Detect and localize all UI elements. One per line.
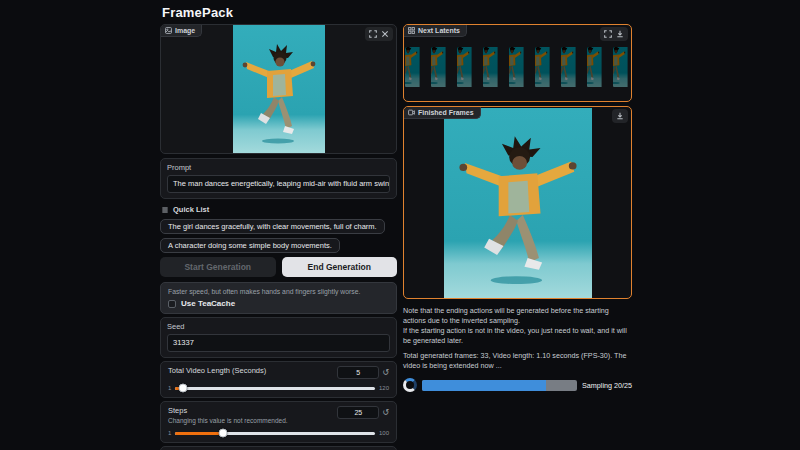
quick-list-label: Quick List	[173, 205, 209, 214]
checkbox-box[interactable]	[168, 300, 176, 308]
start-generation-button[interactable]: Start Generation	[160, 257, 276, 277]
finished-frames-badge: Finished Frames	[404, 107, 481, 119]
prompt-label: Prompt	[167, 163, 390, 172]
latent-thumbnails[interactable]	[405, 47, 630, 87]
prompt-block: Prompt The man dances energetically, lea…	[160, 158, 397, 199]
note-line-2: If the starting action is not in the vid…	[403, 326, 627, 345]
generation-buttons: Start Generation End Generation	[160, 257, 397, 277]
slider-max-label: 120	[379, 385, 389, 391]
teacache-group: Faster speed, but often makes hands and …	[160, 282, 397, 314]
latent-frame[interactable]	[561, 47, 585, 87]
slider-label: Steps	[168, 406, 288, 415]
slider-label: Total Video Length (Seconds)	[168, 366, 266, 375]
note-line-1: Note that the ending actions will be gen…	[403, 306, 609, 325]
progress-label: Sampling 20/25	[582, 381, 632, 390]
latent-frame[interactable]	[483, 47, 507, 87]
seed-label: Seed	[167, 322, 390, 331]
download-icon[interactable]	[615, 111, 625, 121]
slider-value-input[interactable]: 5	[337, 366, 379, 379]
image-label: Image	[175, 27, 195, 34]
quick-list-items: The girl dances gracefully, with clear m…	[160, 219, 397, 253]
slider-max-label: 100	[379, 430, 389, 436]
input-image[interactable]	[233, 25, 325, 153]
next-latents-panel[interactable]: Next Latents	[403, 24, 632, 102]
slider-block: Total Video Length (Seconds) 5 ↺ 1 120	[160, 361, 397, 398]
slider-track[interactable]	[175, 432, 375, 435]
gallery-icon	[408, 27, 415, 34]
next-latents-label: Next Latents	[418, 27, 460, 34]
slider-info: Changing this value is not recommended.	[168, 417, 288, 424]
seed-input[interactable]: 31337	[167, 334, 390, 352]
use-teacache-label: Use TeaCache	[181, 299, 235, 308]
slider-fill	[175, 432, 223, 435]
finished-frames-image[interactable]	[444, 108, 592, 298]
slider-min-label: 1	[168, 385, 171, 391]
sampling-note: Note that the ending actions will be gen…	[403, 306, 632, 346]
fullscreen-icon[interactable]	[603, 29, 613, 39]
framepack-app: FramePack Image Prompt The man dances en…	[160, 0, 640, 450]
slider-handle[interactable]	[219, 429, 228, 438]
quick-list-item[interactable]: The girl dances gracefully, with clear m…	[160, 219, 385, 234]
progress-bar	[422, 380, 577, 391]
frames-panel-actions	[612, 109, 628, 123]
quick-list-accordion[interactable]: Quick List	[160, 203, 397, 216]
progress-section: Sampling 20/25	[403, 378, 632, 392]
slider-stack: Total Video Length (Seconds) 5 ↺ 1 120 S…	[160, 361, 397, 450]
generation-stats: Total generated frames: 33, Video length…	[403, 351, 632, 371]
seed-block: Seed 31337	[160, 317, 397, 358]
reset-icon[interactable]: ↺	[382, 369, 389, 377]
end-generation-button[interactable]: End Generation	[282, 257, 398, 277]
main-columns: Image Prompt The man dances energeticall…	[160, 24, 640, 450]
latent-frame[interactable]	[509, 47, 533, 87]
prompt-input[interactable]: The man dances energetically, leaping mi…	[167, 175, 390, 193]
quick-list-item[interactable]: A character doing some simple body movem…	[160, 238, 340, 253]
progress-bar-fill	[422, 380, 546, 391]
latent-frame[interactable]	[405, 47, 429, 87]
finished-frames-panel[interactable]: Finished Frames	[403, 106, 632, 299]
image-label-badge: Image	[161, 25, 202, 37]
use-teacache-checkbox[interactable]: Use TeaCache	[168, 299, 389, 308]
slider-min-label: 1	[168, 430, 171, 436]
slider-block: Distilled CFG Scale Changing this value …	[160, 446, 397, 450]
latents-panel-actions	[600, 27, 628, 41]
image-icon	[165, 27, 172, 34]
slider-value-input[interactable]: 25	[337, 406, 379, 419]
image-panel-actions	[365, 27, 393, 41]
latent-frame[interactable]	[613, 47, 632, 87]
page-title: FramePack	[160, 3, 640, 24]
finished-frames-label: Finished Frames	[418, 109, 474, 116]
slider-track[interactable]	[175, 387, 375, 390]
teacache-info: Faster speed, but often makes hands and …	[168, 287, 389, 296]
download-icon[interactable]	[615, 29, 625, 39]
spinner-icon	[403, 378, 417, 392]
quick-list-icon	[161, 206, 169, 214]
latent-frame[interactable]	[587, 47, 611, 87]
slider-handle[interactable]	[179, 384, 188, 393]
fullscreen-icon[interactable]	[368, 29, 378, 39]
left-column: Image Prompt The man dances energeticall…	[160, 24, 397, 450]
slider-block: Steps Changing this value is not recomme…	[160, 401, 397, 443]
next-latents-badge: Next Latents	[404, 25, 467, 37]
latent-frame[interactable]	[457, 47, 481, 87]
video-icon	[408, 109, 415, 116]
input-image-panel[interactable]: Image	[160, 24, 397, 154]
reset-icon[interactable]: ↺	[382, 409, 389, 417]
latent-frame[interactable]	[535, 47, 559, 87]
right-column: Next Latents Finished Frames	[403, 24, 632, 450]
latent-frame[interactable]	[431, 47, 455, 87]
close-icon[interactable]	[380, 29, 390, 39]
